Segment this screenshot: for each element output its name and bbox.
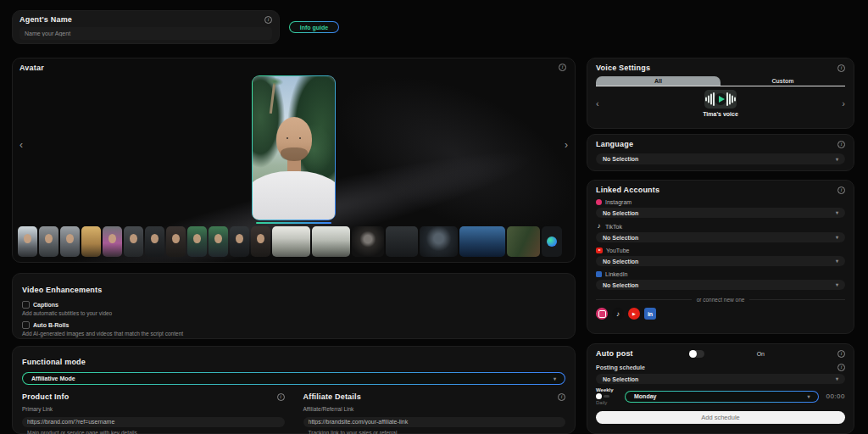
info-icon[interactable]: i — [559, 64, 566, 71]
day-select[interactable]: Monday ▾ — [625, 391, 819, 403]
avatar-thumbnail[interactable] — [507, 226, 540, 257]
instagram-connect-button[interactable] — [596, 308, 608, 320]
language-title: Language — [596, 140, 633, 148]
functional-mode-select[interactable]: Affiliative Mode ▾ — [22, 372, 565, 385]
caret-down-icon: ▾ — [836, 210, 838, 215]
weekly-label: Weekly — [596, 387, 614, 392]
auto-post-toggle[interactable] — [689, 350, 704, 358]
posting-schedule-select[interactable]: No Selection ▾ — [596, 374, 845, 384]
captions-description: Add automatic subtitles to your video — [22, 310, 565, 316]
info-icon[interactable]: i — [264, 16, 272, 24]
captions-option: Captions Add automatic subtitles to your… — [22, 301, 565, 316]
auto-post-card: Auto post On i Posting schedule i No Sel… — [587, 343, 854, 434]
avatar-thumbnail[interactable] — [124, 226, 143, 257]
voice-tabs: All Custom — [596, 76, 845, 86]
avatar-thumbnail[interactable] — [312, 226, 350, 257]
chevron-right-icon[interactable]: › — [842, 98, 845, 108]
chevron-left-icon[interactable]: ‹ — [19, 140, 23, 150]
info-icon[interactable]: i — [837, 364, 845, 371]
posting-schedule-label: Posting schedule — [596, 364, 645, 370]
avatar-thumbnail[interactable] — [386, 226, 418, 257]
avatar-thumbnail[interactable] — [81, 226, 101, 257]
connect-buttons: ♪ ▶ in — [596, 308, 845, 320]
linked-account-instagram: Instagram No Selection ▾ — [596, 199, 845, 218]
voice-waveform-play-icon[interactable] — [704, 90, 737, 108]
avatar-thumbnail[interactable] — [103, 226, 122, 257]
youtube-account-select[interactable]: No Selection ▾ — [596, 256, 845, 266]
primary-link-helper: Main product or service page with key de… — [22, 430, 285, 434]
avatar-thumbnail[interactable] — [272, 226, 310, 257]
avatar-thumbnail[interactable] — [39, 226, 58, 257]
platform-label: LinkedIn — [605, 271, 627, 277]
language-value: No Selection — [603, 156, 638, 162]
functional-mode-card: Functional mode Affiliative Mode ▾ Produ… — [12, 346, 576, 434]
linkedin-connect-button[interactable]: in — [644, 308, 656, 320]
chevron-right-icon[interactable]: › — [565, 140, 568, 150]
info-icon[interactable]: i — [837, 186, 845, 194]
voice-item[interactable]: Tima's voice — [703, 90, 738, 117]
tiktok-account-select[interactable]: No Selection ▾ — [596, 232, 845, 242]
avatar-photo — [253, 76, 335, 220]
tiktok-connect-button[interactable]: ♪ — [612, 308, 624, 320]
product-info-section: Product Info i Primary Link Main product… — [22, 392, 285, 434]
agent-name-label: Agent's Name — [19, 15, 72, 24]
agent-name-card: Agent's Name i — [12, 10, 280, 44]
info-icon[interactable]: i — [558, 393, 565, 401]
daily-label: Daily — [596, 400, 607, 405]
auto-brolls-description: Add AI-generated images and videos that … — [22, 331, 565, 337]
product-info-title: Product Info — [22, 392, 69, 401]
caret-down-icon: ▾ — [836, 259, 838, 264]
avatar-thumbnail[interactable] — [18, 226, 37, 257]
linkedin-account-select[interactable]: No Selection ▾ — [596, 280, 845, 290]
avatar-thumbnail[interactable] — [251, 226, 270, 257]
info-icon[interactable]: i — [277, 393, 285, 401]
affiliate-details-section: Affiliate Details i Affiliate/Referral L… — [303, 392, 566, 434]
youtube-connect-button[interactable]: ▶ — [628, 308, 640, 320]
avatar-thumbnail[interactable] — [459, 226, 505, 257]
linked-accounts-card: Linked Accounts i Instagram No Selection… — [587, 180, 854, 334]
avatar-thumbnail[interactable] — [352, 226, 384, 257]
linked-accounts-title: Linked Accounts — [596, 186, 659, 194]
tab-all[interactable]: All — [596, 76, 721, 86]
frequency-switch[interactable]: Weekly Daily — [596, 387, 618, 405]
primary-link-input[interactable] — [22, 417, 285, 427]
youtube-icon — [596, 248, 603, 253]
avatar-thumbnail[interactable] — [145, 226, 164, 257]
auto-brolls-option: Auto B-Rolls Add AI-generated images and… — [22, 321, 565, 337]
auto-post-title: Auto post — [596, 349, 633, 358]
language-select[interactable]: No Selection ▾ — [596, 153, 845, 164]
info-guide-button[interactable]: Info guide — [289, 21, 339, 33]
tab-custom[interactable]: Custom — [721, 76, 845, 86]
info-icon[interactable]: i — [837, 141, 845, 148]
info-icon[interactable]: i — [837, 64, 845, 72]
generate-avatar-button[interactable] — [542, 226, 562, 257]
primary-link-label: Primary Link — [22, 406, 285, 412]
tiktok-icon: ♪ — [596, 223, 602, 230]
platform-label: YouTube — [606, 248, 630, 253]
functional-mode-value: Affiliative Mode — [31, 376, 75, 381]
captions-checkbox[interactable] — [22, 301, 30, 309]
auto-post-state: On — [757, 351, 765, 357]
selected-avatar-preview — [252, 75, 336, 220]
avatar-thumbnail[interactable] — [420, 226, 458, 257]
chevron-left-icon[interactable]: ‹ — [596, 98, 599, 108]
video-enhancements-title: Video Enhancements — [22, 286, 102, 294]
affiliate-link-label: Affiliate/Referral Link — [303, 406, 566, 412]
connect-new-divider: or connect new one — [596, 297, 845, 303]
agent-name-input[interactable] — [19, 27, 272, 40]
instagram-account-select[interactable]: No Selection ▾ — [596, 208, 845, 218]
avatar-thumbnail[interactable] — [209, 226, 228, 257]
caret-down-icon: ▾ — [807, 394, 810, 399]
auto-brolls-checkbox[interactable] — [22, 321, 30, 329]
affiliate-link-input[interactable] — [303, 417, 566, 427]
time-field[interactable]: 00:00 — [826, 392, 845, 400]
avatar-thumbnail[interactable] — [166, 226, 186, 257]
avatar-thumbnail[interactable] — [60, 226, 80, 257]
platform-label: TikTok — [605, 224, 622, 230]
add-schedule-button[interactable]: Add schedule — [596, 411, 845, 424]
frequency-toggle-icon[interactable] — [596, 393, 609, 399]
voice-settings-title: Voice Settings — [596, 64, 650, 72]
avatar-thumbnail[interactable] — [187, 226, 207, 257]
info-icon[interactable]: i — [837, 350, 845, 358]
avatar-thumbnail[interactable] — [230, 226, 249, 257]
